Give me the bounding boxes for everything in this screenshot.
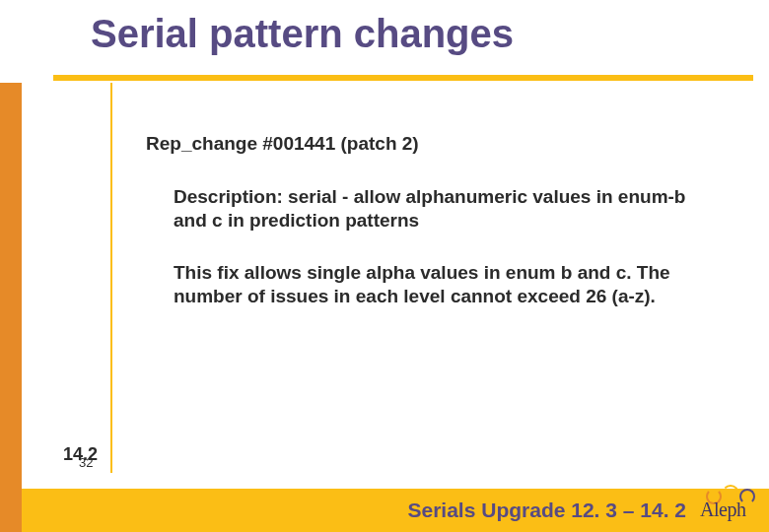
page-number: 32 bbox=[79, 455, 93, 470]
left-accent-bar bbox=[0, 83, 22, 491]
aleph-logo: Aleph bbox=[700, 493, 767, 528]
footer-accent-corner bbox=[0, 489, 22, 532]
fix-detail-text: This fix allows single alpha values in e… bbox=[146, 261, 714, 308]
title-underline bbox=[53, 75, 753, 81]
rep-change-heading: Rep_change #001441 (patch 2) bbox=[146, 132, 714, 156]
slide: Serial pattern changes Rep_change #00144… bbox=[0, 0, 769, 532]
logo-text: Aleph bbox=[700, 499, 745, 521]
slide-title: Serial pattern changes bbox=[91, 12, 514, 56]
description-text: Description: serial - allow alphanumeric… bbox=[146, 185, 714, 233]
content-left-rule bbox=[110, 83, 112, 473]
footer-text: Serials Upgrade 12. 3 – 14. 2 bbox=[408, 499, 687, 522]
content-block: Rep_change #001441 (patch 2) Description… bbox=[146, 132, 714, 338]
